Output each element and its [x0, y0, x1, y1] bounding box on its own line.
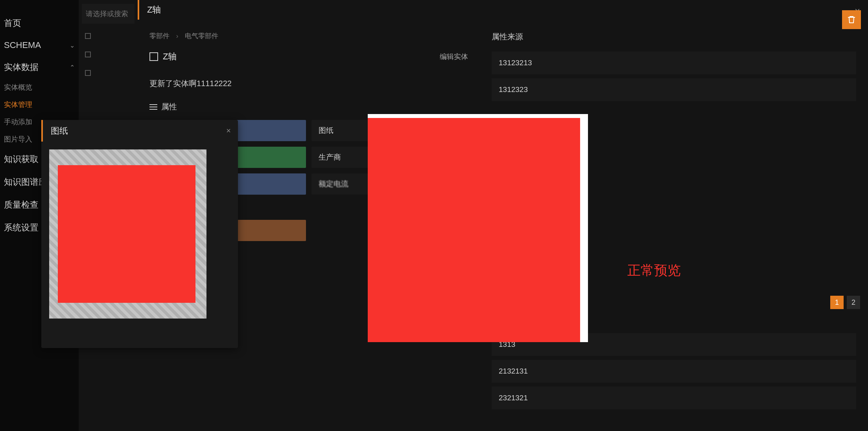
checkbox-icon[interactable]	[85, 70, 91, 76]
page-1-button[interactable]: 1	[830, 296, 844, 309]
list-icon	[149, 104, 157, 110]
breadcrumb-segment[interactable]: 零部件	[149, 32, 170, 40]
entity-checkbox-row[interactable]	[79, 64, 138, 83]
attr-source-row[interactable]: 13123213	[492, 52, 856, 74]
nav-home[interactable]: 首页	[0, 12, 79, 35]
attr-source-title: 属性来源	[492, 31, 856, 42]
entity-search-input[interactable]	[82, 4, 135, 24]
trash-icon	[847, 15, 856, 24]
drawing-thumbnail[interactable]	[49, 149, 206, 319]
nav-entity-data[interactable]: 实体数据	[0, 56, 79, 79]
attr-source-row[interactable]: 1312323	[492, 78, 856, 101]
nav-schema[interactable]: SCHEMA	[0, 35, 79, 56]
image-preview[interactable]	[368, 114, 588, 342]
nav-entity-overview[interactable]: 实体概览	[0, 79, 79, 96]
popup-header: 图纸 ×	[41, 120, 238, 142]
entity-name: Z轴	[163, 51, 177, 63]
panel-title: Z轴	[147, 4, 161, 16]
entity-checkbox-row[interactable]	[79, 46, 138, 64]
popup-title: 图纸	[51, 125, 68, 137]
cube-icon	[149, 52, 158, 61]
redacted-overlay	[58, 165, 195, 303]
drawing-preview-popup: 图纸 ×	[41, 120, 238, 348]
pagination: 1 2	[830, 296, 860, 309]
breadcrumb: 零部件 › 电气零部件	[149, 31, 468, 41]
panel-header: Z轴 ×	[138, 0, 868, 20]
checkbox-icon[interactable]	[85, 52, 91, 57]
page-2-button[interactable]: 2	[847, 296, 860, 309]
close-icon[interactable]: ×	[226, 126, 231, 135]
attr-source-row[interactable]: 2132131	[492, 360, 856, 383]
edit-entity-link[interactable]: 编辑实体	[440, 52, 468, 61]
attr-source-row[interactable]: 2321321	[492, 387, 856, 409]
update-description: 更新了实体啊11112222	[149, 74, 468, 94]
attributes-label: 属性	[161, 101, 177, 112]
breadcrumb-segment[interactable]: 电气零部件	[185, 32, 218, 40]
redacted-overlay	[368, 118, 580, 342]
delete-button[interactable]	[842, 10, 861, 29]
nav-entity-manage[interactable]: 实体管理	[0, 96, 79, 113]
chevron-right-icon: ›	[176, 32, 179, 40]
preview-annotation-text: 正常预览	[627, 262, 681, 280]
entity-checkbox-row[interactable]	[79, 28, 138, 46]
checkbox-icon[interactable]	[85, 33, 91, 39]
attributes-heading: 属性	[149, 101, 468, 112]
